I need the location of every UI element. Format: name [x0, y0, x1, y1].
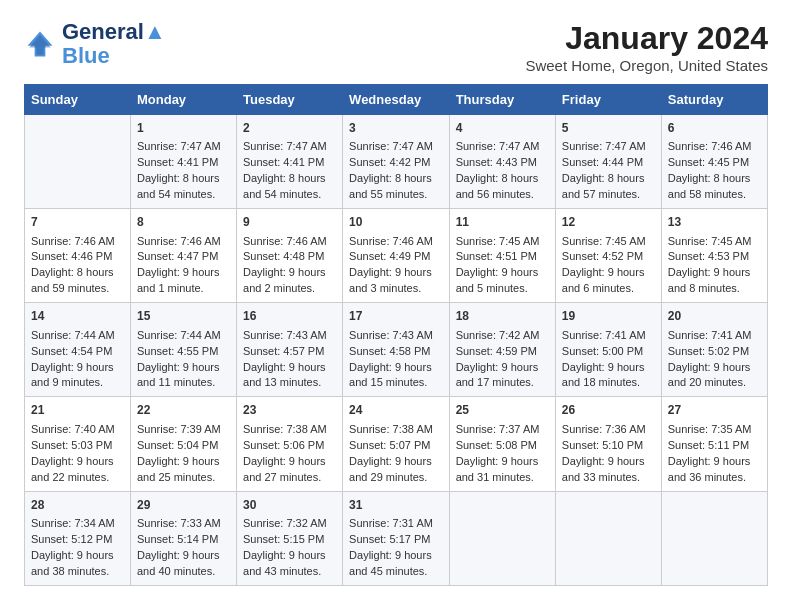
calendar-cell: 22Sunrise: 7:39 AMSunset: 5:04 PMDayligh… — [130, 397, 236, 491]
calendar-cell: 19Sunrise: 7:41 AMSunset: 5:00 PMDayligh… — [555, 303, 661, 397]
cell-content: Sunrise: 7:36 AMSunset: 5:10 PMDaylight:… — [562, 422, 655, 486]
cell-content: Sunrise: 7:46 AMSunset: 4:46 PMDaylight:… — [31, 234, 124, 298]
calendar-cell — [25, 115, 131, 209]
calendar-cell: 26Sunrise: 7:36 AMSunset: 5:10 PMDayligh… — [555, 397, 661, 491]
logo-text: General▲ Blue — [62, 20, 166, 68]
cell-content: Sunrise: 7:46 AMSunset: 4:49 PMDaylight:… — [349, 234, 443, 298]
calendar-week-row: 7Sunrise: 7:46 AMSunset: 4:46 PMDaylight… — [25, 209, 768, 303]
calendar-cell: 6Sunrise: 7:46 AMSunset: 4:45 PMDaylight… — [661, 115, 767, 209]
cell-content: Sunrise: 7:37 AMSunset: 5:08 PMDaylight:… — [456, 422, 549, 486]
calendar-week-row: 1Sunrise: 7:47 AMSunset: 4:41 PMDaylight… — [25, 115, 768, 209]
calendar-cell: 4Sunrise: 7:47 AMSunset: 4:43 PMDaylight… — [449, 115, 555, 209]
cell-content: Sunrise: 7:44 AMSunset: 4:55 PMDaylight:… — [137, 328, 230, 392]
calendar-cell: 9Sunrise: 7:46 AMSunset: 4:48 PMDaylight… — [237, 209, 343, 303]
logo-icon — [24, 28, 56, 60]
calendar-cell: 27Sunrise: 7:35 AMSunset: 5:11 PMDayligh… — [661, 397, 767, 491]
cell-content: Sunrise: 7:46 AMSunset: 4:48 PMDaylight:… — [243, 234, 336, 298]
day-number: 2 — [243, 120, 336, 137]
day-number: 29 — [137, 497, 230, 514]
weekday-header: Thursday — [449, 85, 555, 115]
cell-content: Sunrise: 7:46 AMSunset: 4:47 PMDaylight:… — [137, 234, 230, 298]
cell-content: Sunrise: 7:47 AMSunset: 4:42 PMDaylight:… — [349, 139, 443, 203]
day-number: 27 — [668, 402, 761, 419]
page-header: General▲ Blue January 2024 Sweet Home, O… — [24, 20, 768, 74]
calendar-cell: 8Sunrise: 7:46 AMSunset: 4:47 PMDaylight… — [130, 209, 236, 303]
calendar-cell: 23Sunrise: 7:38 AMSunset: 5:06 PMDayligh… — [237, 397, 343, 491]
day-number: 16 — [243, 308, 336, 325]
day-number: 26 — [562, 402, 655, 419]
day-number: 3 — [349, 120, 443, 137]
cell-content: Sunrise: 7:31 AMSunset: 5:17 PMDaylight:… — [349, 516, 443, 580]
cell-content: Sunrise: 7:41 AMSunset: 5:00 PMDaylight:… — [562, 328, 655, 392]
svg-marker-1 — [29, 35, 50, 55]
day-number: 14 — [31, 308, 124, 325]
subtitle: Sweet Home, Oregon, United States — [525, 57, 768, 74]
cell-content: Sunrise: 7:43 AMSunset: 4:58 PMDaylight:… — [349, 328, 443, 392]
day-number: 4 — [456, 120, 549, 137]
calendar-cell — [449, 491, 555, 585]
calendar-cell: 3Sunrise: 7:47 AMSunset: 4:42 PMDaylight… — [343, 115, 450, 209]
day-number: 9 — [243, 214, 336, 231]
calendar-cell: 5Sunrise: 7:47 AMSunset: 4:44 PMDaylight… — [555, 115, 661, 209]
cell-content: Sunrise: 7:42 AMSunset: 4:59 PMDaylight:… — [456, 328, 549, 392]
calendar-cell: 1Sunrise: 7:47 AMSunset: 4:41 PMDaylight… — [130, 115, 236, 209]
cell-content: Sunrise: 7:45 AMSunset: 4:53 PMDaylight:… — [668, 234, 761, 298]
calendar-cell — [661, 491, 767, 585]
day-number: 25 — [456, 402, 549, 419]
weekday-header: Wednesday — [343, 85, 450, 115]
day-number: 17 — [349, 308, 443, 325]
cell-content: Sunrise: 7:45 AMSunset: 4:51 PMDaylight:… — [456, 234, 549, 298]
calendar-cell: 25Sunrise: 7:37 AMSunset: 5:08 PMDayligh… — [449, 397, 555, 491]
calendar-cell: 11Sunrise: 7:45 AMSunset: 4:51 PMDayligh… — [449, 209, 555, 303]
cell-content: Sunrise: 7:47 AMSunset: 4:41 PMDaylight:… — [137, 139, 230, 203]
calendar-cell: 17Sunrise: 7:43 AMSunset: 4:58 PMDayligh… — [343, 303, 450, 397]
calendar-cell: 30Sunrise: 7:32 AMSunset: 5:15 PMDayligh… — [237, 491, 343, 585]
weekday-header: Tuesday — [237, 85, 343, 115]
day-number: 10 — [349, 214, 443, 231]
day-number: 15 — [137, 308, 230, 325]
cell-content: Sunrise: 7:39 AMSunset: 5:04 PMDaylight:… — [137, 422, 230, 486]
weekday-header: Sunday — [25, 85, 131, 115]
cell-content: Sunrise: 7:40 AMSunset: 5:03 PMDaylight:… — [31, 422, 124, 486]
weekday-header: Monday — [130, 85, 236, 115]
calendar-cell: 14Sunrise: 7:44 AMSunset: 4:54 PMDayligh… — [25, 303, 131, 397]
cell-content: Sunrise: 7:34 AMSunset: 5:12 PMDaylight:… — [31, 516, 124, 580]
calendar-cell: 16Sunrise: 7:43 AMSunset: 4:57 PMDayligh… — [237, 303, 343, 397]
calendar-cell: 20Sunrise: 7:41 AMSunset: 5:02 PMDayligh… — [661, 303, 767, 397]
day-number: 8 — [137, 214, 230, 231]
calendar-cell: 18Sunrise: 7:42 AMSunset: 4:59 PMDayligh… — [449, 303, 555, 397]
calendar-cell: 28Sunrise: 7:34 AMSunset: 5:12 PMDayligh… — [25, 491, 131, 585]
cell-content: Sunrise: 7:32 AMSunset: 5:15 PMDaylight:… — [243, 516, 336, 580]
calendar-week-row: 14Sunrise: 7:44 AMSunset: 4:54 PMDayligh… — [25, 303, 768, 397]
weekday-header: Saturday — [661, 85, 767, 115]
cell-content: Sunrise: 7:47 AMSunset: 4:43 PMDaylight:… — [456, 139, 549, 203]
day-number: 22 — [137, 402, 230, 419]
day-number: 28 — [31, 497, 124, 514]
day-number: 20 — [668, 308, 761, 325]
day-number: 7 — [31, 214, 124, 231]
day-number: 6 — [668, 120, 761, 137]
cell-content: Sunrise: 7:38 AMSunset: 5:06 PMDaylight:… — [243, 422, 336, 486]
day-number: 11 — [456, 214, 549, 231]
day-number: 30 — [243, 497, 336, 514]
day-number: 31 — [349, 497, 443, 514]
calendar-cell: 15Sunrise: 7:44 AMSunset: 4:55 PMDayligh… — [130, 303, 236, 397]
calendar-week-row: 28Sunrise: 7:34 AMSunset: 5:12 PMDayligh… — [25, 491, 768, 585]
calendar-cell — [555, 491, 661, 585]
day-number: 12 — [562, 214, 655, 231]
cell-content: Sunrise: 7:47 AMSunset: 4:41 PMDaylight:… — [243, 139, 336, 203]
calendar-cell: 2Sunrise: 7:47 AMSunset: 4:41 PMDaylight… — [237, 115, 343, 209]
calendar-week-row: 21Sunrise: 7:40 AMSunset: 5:03 PMDayligh… — [25, 397, 768, 491]
calendar-cell: 12Sunrise: 7:45 AMSunset: 4:52 PMDayligh… — [555, 209, 661, 303]
day-number: 18 — [456, 308, 549, 325]
title-section: January 2024 Sweet Home, Oregon, United … — [525, 20, 768, 74]
cell-content: Sunrise: 7:44 AMSunset: 4:54 PMDaylight:… — [31, 328, 124, 392]
cell-content: Sunrise: 7:33 AMSunset: 5:14 PMDaylight:… — [137, 516, 230, 580]
calendar-cell: 21Sunrise: 7:40 AMSunset: 5:03 PMDayligh… — [25, 397, 131, 491]
calendar-table: SundayMondayTuesdayWednesdayThursdayFrid… — [24, 84, 768, 586]
cell-content: Sunrise: 7:46 AMSunset: 4:45 PMDaylight:… — [668, 139, 761, 203]
weekday-header: Friday — [555, 85, 661, 115]
calendar-header-row: SundayMondayTuesdayWednesdayThursdayFrid… — [25, 85, 768, 115]
cell-content: Sunrise: 7:35 AMSunset: 5:11 PMDaylight:… — [668, 422, 761, 486]
main-title: January 2024 — [525, 20, 768, 57]
